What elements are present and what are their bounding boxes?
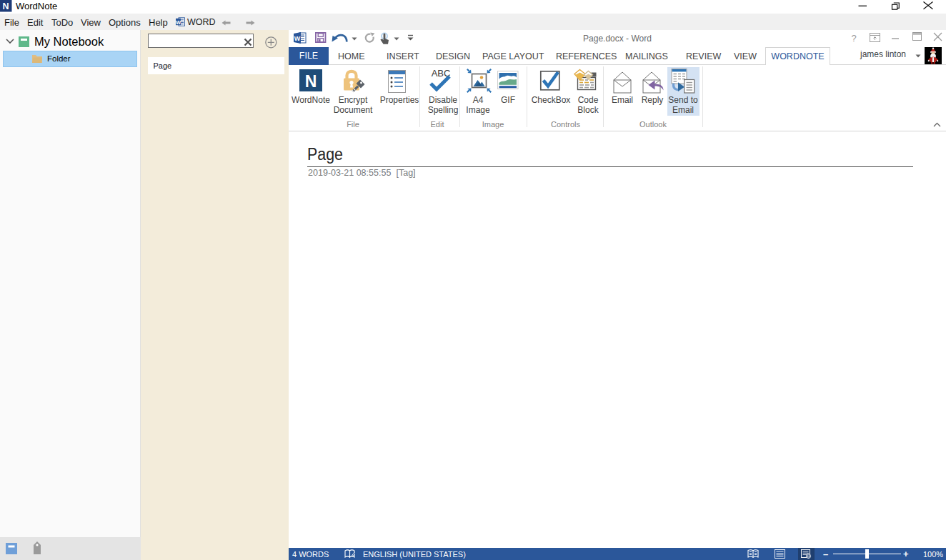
svg-text:N: N bbox=[2, 1, 9, 11]
svg-text:N: N bbox=[305, 72, 317, 91]
svg-text:W: W bbox=[176, 19, 181, 25]
svg-text:?: ? bbox=[851, 33, 856, 43]
